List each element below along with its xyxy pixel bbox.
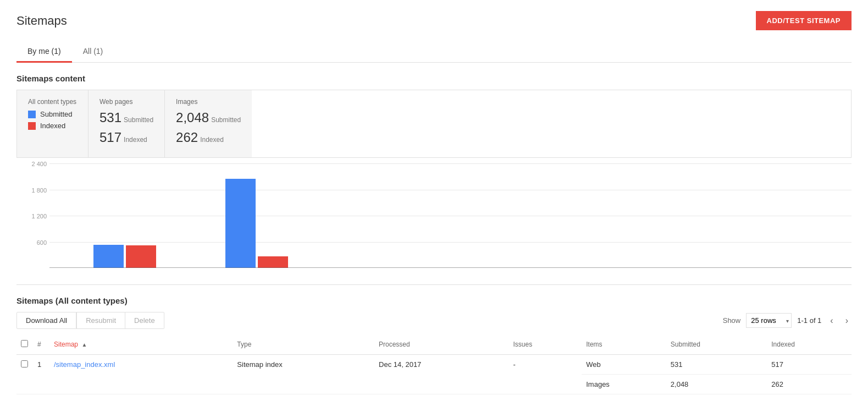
web-submitted-label: Submitted (124, 116, 153, 124)
row-item-label-1: Images (582, 375, 666, 394)
row-sitemap: /sitemap_index.xml (49, 355, 233, 394)
images-label: Images (176, 98, 241, 106)
th-indexed: Indexed (767, 334, 852, 355)
images-indexed-bar (258, 256, 288, 268)
th-sitemap-label: Sitemap (54, 341, 78, 348)
row-indexed-1: 262 (767, 375, 852, 394)
row-indexed-0: 517 (767, 355, 852, 375)
indexed-legend-label: Indexed (40, 122, 65, 130)
action-buttons-group: Download All Resubmit Delete (16, 312, 164, 329)
indexed-color-dot (28, 122, 36, 130)
web-pages-card: Web pages 531 Submitted 517 Indexed (89, 90, 165, 157)
select-all-checkbox[interactable] (21, 340, 28, 347)
web-indexed-row: 517 Indexed (99, 130, 153, 145)
th-num: # (33, 334, 49, 355)
next-page-button[interactable]: › (842, 314, 852, 328)
sitemap-link[interactable]: /sitemap_index.xml (54, 360, 115, 369)
rows-select[interactable]: 10 rows 25 rows 50 rows 100 rows (746, 313, 792, 328)
th-sitemap[interactable]: Sitemap ▲ (49, 334, 233, 355)
row-checkbox-cell (16, 355, 33, 394)
chart-area: 2 400 1 800 1 200 600 (16, 163, 852, 284)
page-title: Sitemaps (16, 14, 67, 28)
row-issues: - (508, 355, 582, 394)
content-cards: All content types Submitted Indexed Web … (16, 90, 852, 158)
sitemaps-content-title: Sitemaps content (16, 74, 852, 83)
row-submitted-1: 2,048 (666, 375, 767, 394)
prev-page-button[interactable]: ‹ (827, 314, 836, 328)
row-num: 1 (33, 355, 49, 394)
images-submitted-bar (225, 179, 256, 268)
all-content-types-label: All content types (28, 98, 77, 106)
th-items: Items (582, 334, 666, 355)
images-indexed-row: 262 Indexed (176, 130, 241, 145)
row-item-label-0: Web (582, 355, 666, 375)
row-checkbox[interactable] (21, 360, 28, 367)
th-submitted: Submitted (666, 334, 767, 355)
y-label-600: 600 (19, 239, 47, 246)
sort-arrow-icon: ▲ (81, 342, 87, 348)
table-row: 1 /sitemap_index.xml Sitemap index Dec 1… (16, 355, 852, 375)
web-indexed-value: 517 (99, 130, 121, 145)
row-type: Sitemap index (233, 355, 374, 394)
submitted-legend-item: Submitted (28, 110, 77, 118)
th-type: Type (233, 334, 374, 355)
th-processed: Processed (374, 334, 508, 355)
tab-all[interactable]: All (1) (72, 41, 114, 63)
legend-card: All content types Submitted Indexed (17, 90, 89, 157)
submitted-color-dot (28, 111, 36, 118)
th-issues: Issues (508, 334, 582, 355)
download-all-button[interactable]: Download All (16, 312, 76, 329)
table-section-title: Sitemaps (All content types) (16, 296, 852, 305)
images-indexed-label: Indexed (200, 136, 224, 144)
rows-select-wrapper: 10 rows 25 rows 50 rows 100 rows (746, 313, 792, 328)
tabs-container: By me (1) All (1) (16, 41, 852, 63)
table-section: Sitemaps (All content types) Download Al… (16, 296, 852, 394)
add-test-sitemap-button[interactable]: ADD/TEST SITEMAP (756, 11, 852, 30)
resubmit-button[interactable]: Resubmit (76, 312, 125, 329)
y-label-1200: 1 200 (19, 213, 47, 220)
images-card: Images 2,048 Submitted 262 Indexed (165, 90, 252, 157)
submitted-legend-label: Submitted (40, 110, 73, 118)
row-submitted-0: 531 (666, 355, 767, 375)
images-indexed-value: 262 (176, 130, 198, 145)
images-submitted-value: 2,048 (176, 110, 209, 125)
web-indexed-bar (126, 245, 156, 268)
sitemaps-content-section: Sitemaps content All content types Submi… (16, 74, 852, 158)
images-submitted-row: 2,048 Submitted (176, 110, 241, 125)
y-label-2400: 2 400 (19, 161, 47, 167)
web-indexed-label: Indexed (124, 136, 147, 144)
images-submitted-label: Submitted (211, 116, 241, 124)
tab-by-me[interactable]: By me (1) (16, 41, 72, 63)
chart-container: 2 400 1 800 1 200 600 (16, 163, 852, 285)
y-label-1800: 1 800 (19, 187, 47, 194)
page-info: 1-1 of 1 (797, 316, 821, 325)
web-submitted-value: 531 (99, 110, 121, 125)
table-actions: Download All Resubmit Delete Show 10 row… (16, 312, 852, 329)
pagination-area: Show 10 rows 25 rows 50 rows 100 rows 1-… (723, 313, 852, 328)
web-pages-label: Web pages (99, 98, 153, 106)
show-label: Show (723, 316, 741, 325)
web-submitted-row: 531 Submitted (99, 110, 153, 125)
chart-svg: Web Images (49, 163, 852, 268)
indexed-legend-item: Indexed (28, 122, 77, 130)
row-processed: Dec 14, 2017 (374, 355, 508, 394)
th-checkbox (16, 334, 33, 355)
sitemaps-table: # Sitemap ▲ Type Processed Issues Items … (16, 334, 852, 394)
web-submitted-bar (93, 245, 124, 268)
delete-button[interactable]: Delete (125, 312, 164, 329)
